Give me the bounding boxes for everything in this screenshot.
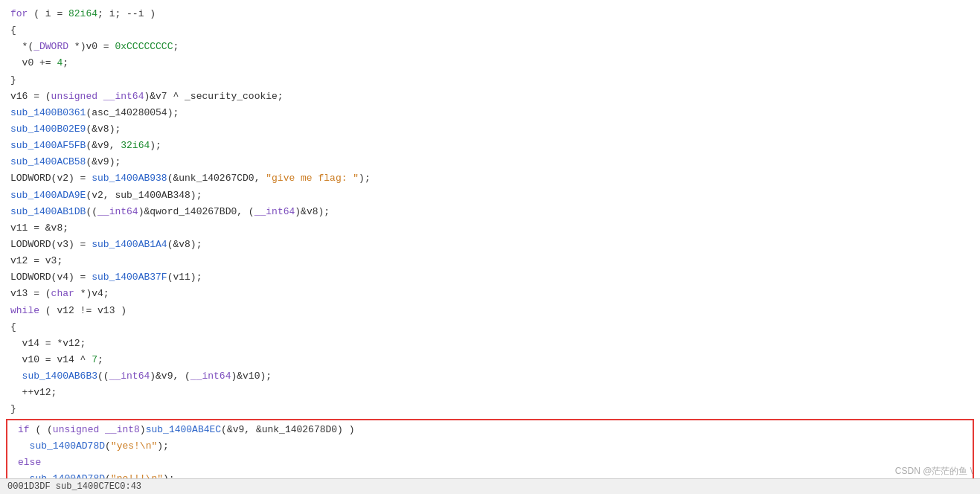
code-line: else xyxy=(7,455,973,471)
watermark: CSDN @茫茫的鱼 \ xyxy=(895,465,973,478)
code-line: if ( (unsigned __int8)sub_1400AB4EC(&v9,… xyxy=(7,422,973,438)
code-line: sub_1400B02E9(&v8); xyxy=(0,121,980,138)
code-line: v12 = v3; xyxy=(0,253,980,269)
code-line: sub_1400ADA9E(v2, sub_1400AB348); xyxy=(0,187,980,204)
code-line: } xyxy=(0,72,980,89)
code-line: sub_1400AB6B3((__int64)&v9, (__int64)&v1… xyxy=(0,368,980,385)
code-line: v11 = &v8; xyxy=(0,220,980,237)
code-line: { xyxy=(0,319,980,336)
code-line: ++v12; xyxy=(0,385,980,401)
code-line: v13 = (char *)v4; xyxy=(0,286,980,302)
code-container: for ( i = 82i64; i; --i ) { *(_DWORD *)v… xyxy=(0,0,980,494)
code-line: *(_DWORD *)v0 = 0xCCCCCCCC; xyxy=(0,39,980,55)
code-line: } xyxy=(0,401,980,417)
code-line: for ( i = 82i64; i; --i ) xyxy=(0,6,980,22)
code-line: { xyxy=(0,22,980,39)
code-line: LODWORD(v4) = sub_1400AB37F(v11); xyxy=(0,269,980,286)
code-line: v0 += 4; xyxy=(0,55,980,71)
bottom-status-bar: 0001D3DF sub_1400C7EC0:43 xyxy=(0,478,980,494)
code-line: v16 = (unsigned __int64)&v7 ^ _security_… xyxy=(0,89,980,105)
code-line: sub_1400AB1DB((__int64)&qword_140267BD0,… xyxy=(0,204,980,220)
code-line: sub_1400ACB58(&v9); xyxy=(0,154,980,170)
code-line: while ( v12 != v13 ) xyxy=(0,303,980,319)
code-line: LODWORD(v3) = sub_1400AB1A4(&v8); xyxy=(0,237,980,253)
code-line: sub_1400AD78D("yes!\n"); xyxy=(7,438,973,455)
status-text: 0001D3DF sub_1400C7EC0:43 xyxy=(7,481,141,492)
code-line: sub_1400B0361(asc_140280054); xyxy=(0,105,980,121)
code-line: LODWORD(v2) = sub_1400AB938(&unk_140267C… xyxy=(0,170,980,187)
code-line: v14 = *v12; xyxy=(0,336,980,352)
code-line: sub_1400AF5FB(&v9, 32i64); xyxy=(0,138,980,154)
code-line: v10 = v14 ^ 7; xyxy=(0,352,980,368)
